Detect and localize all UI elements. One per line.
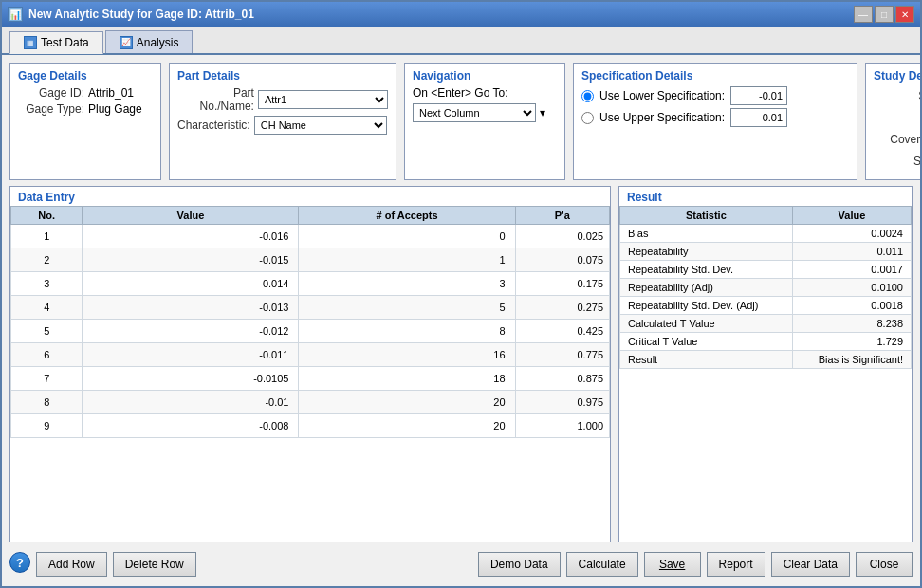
upper-spec-radio[interactable] bbox=[581, 112, 594, 124]
upper-spec-input[interactable]: 0.01 bbox=[730, 108, 787, 127]
demo-data-button[interactable]: Demo Data bbox=[478, 552, 561, 577]
result-col-statistic: Statistic bbox=[620, 207, 793, 225]
study-details-section: Study Details Study Date: 📅 ▾ Study By: bbox=[865, 63, 920, 180]
calculate-button[interactable]: Calculate bbox=[566, 552, 638, 577]
cell-value[interactable] bbox=[83, 272, 299, 296]
close-window-button[interactable]: ✕ bbox=[895, 6, 914, 23]
cell-accepts[interactable] bbox=[299, 296, 515, 320]
help-button[interactable]: ? bbox=[9, 552, 30, 573]
cell-accepts[interactable] bbox=[299, 367, 515, 391]
lower-spec-radio[interactable] bbox=[581, 90, 594, 102]
lower-spec-input[interactable]: -0.01 bbox=[730, 86, 787, 105]
table-row[interactable]: 8 0.975 bbox=[11, 391, 610, 414]
table-row[interactable]: 7 0.875 bbox=[11, 367, 610, 391]
part-no-label: Part No./Name: bbox=[177, 86, 254, 113]
result-statistic: Repeatability (Adj) bbox=[620, 279, 793, 297]
main-window: 📊 New Analytic Study for Gage ID: Attrib… bbox=[0, 0, 922, 588]
gage-type-value: Plug Gage bbox=[88, 102, 142, 116]
tab-bar: ▦ Test Data 📈 Analysis bbox=[2, 27, 920, 55]
gage-details-title: Gage Details bbox=[18, 69, 153, 83]
maximize-button[interactable]: □ bbox=[875, 6, 894, 23]
cell-no: 7 bbox=[11, 367, 83, 391]
delete-row-button[interactable]: Delete Row bbox=[113, 552, 196, 577]
table-row[interactable]: 4 0.275 bbox=[11, 296, 610, 320]
gage-details-section: Gage Details Gage ID: Attrib_01 Gage Typ… bbox=[9, 63, 161, 180]
result-section: Result Statistic Value Bias 0.0024 Repea… bbox=[618, 186, 913, 542]
col-header-value: Value bbox=[83, 207, 299, 225]
minimize-button[interactable]: — bbox=[854, 6, 873, 23]
save-button[interactable]: Save bbox=[644, 552, 701, 577]
table-row[interactable]: 2 0.075 bbox=[11, 248, 610, 272]
table-row[interactable]: 9 1.000 bbox=[11, 414, 610, 438]
tab-analysis[interactable]: 📈 Analysis bbox=[105, 30, 194, 53]
characteristic-select[interactable]: CH Name bbox=[254, 116, 387, 135]
part-details-section: Part Details Part No./Name: Attr1 Charac… bbox=[169, 63, 396, 180]
cell-accepts[interactable] bbox=[299, 320, 515, 343]
table-row[interactable]: 6 0.775 bbox=[11, 343, 610, 367]
result-row: Repeatability 0.011 bbox=[620, 243, 912, 261]
cell-value[interactable] bbox=[83, 343, 299, 367]
cell-accepts[interactable] bbox=[299, 414, 515, 438]
cell-accepts[interactable] bbox=[299, 343, 515, 367]
cell-pa: 0.175 bbox=[515, 272, 609, 296]
cell-accepts[interactable] bbox=[299, 225, 515, 248]
app-icon: 📊 bbox=[8, 7, 23, 22]
cell-pa: 0.075 bbox=[515, 248, 609, 272]
navigation-direction-select[interactable]: Next Column Next Row bbox=[413, 103, 536, 122]
add-row-button[interactable]: Add Row bbox=[36, 552, 107, 577]
cell-accepts[interactable] bbox=[299, 272, 515, 296]
result-table: Statistic Value Bias 0.0024 Repeatabilit… bbox=[619, 206, 912, 369]
result-statistic: Repeatability bbox=[620, 243, 793, 261]
result-row: Repeatability (Adj) 0.0100 bbox=[620, 279, 912, 297]
result-value: 0.0018 bbox=[792, 297, 911, 315]
cell-accepts[interactable] bbox=[299, 248, 515, 272]
middle-row: Data Entry No. Value # of Accepts P'a bbox=[9, 186, 913, 542]
result-row: Repeatability Std. Dev. 0.0017 bbox=[620, 261, 912, 279]
cell-pa: 0.775 bbox=[515, 343, 609, 367]
significance-label: Significance: bbox=[874, 155, 920, 168]
table-icon: ▦ bbox=[24, 36, 37, 49]
cell-value[interactable] bbox=[83, 414, 299, 438]
col-header-no: No. bbox=[11, 207, 83, 225]
cell-value[interactable] bbox=[83, 367, 299, 391]
part-details-title: Part Details bbox=[177, 69, 388, 83]
data-entry-section: Data Entry No. Value # of Accepts P'a bbox=[9, 186, 611, 542]
tab-test-data-label: Test Data bbox=[41, 36, 89, 49]
data-table-scroll[interactable]: No. Value # of Accepts P'a 1 0.025 2 0.0… bbox=[10, 206, 610, 542]
cell-no: 4 bbox=[11, 296, 83, 320]
result-value: 0.011 bbox=[792, 243, 911, 261]
gage-id-label: Gage ID: bbox=[18, 86, 84, 100]
study-date-label: Study Date: bbox=[874, 89, 920, 102]
top-row: Gage Details Gage ID: Attrib_01 Gage Typ… bbox=[9, 63, 913, 180]
result-value: 0.0017 bbox=[792, 261, 911, 279]
table-row[interactable]: 3 0.175 bbox=[11, 272, 610, 296]
col-header-accepts: # of Accepts bbox=[299, 207, 515, 225]
cell-no: 8 bbox=[11, 391, 83, 414]
table-row[interactable]: 5 0.425 bbox=[11, 320, 610, 343]
navigation-title: Navigation bbox=[413, 69, 557, 83]
cell-value[interactable] bbox=[83, 391, 299, 414]
study-by-label: Study By: bbox=[874, 111, 920, 124]
tab-test-data[interactable]: ▦ Test Data bbox=[9, 31, 103, 54]
result-row: Repeatability Std. Dev. (Adj) 0.0018 bbox=[620, 297, 912, 315]
clear-data-button[interactable]: Clear Data bbox=[771, 552, 850, 577]
cell-value[interactable] bbox=[83, 320, 299, 343]
result-title: Result bbox=[619, 187, 912, 206]
cell-value[interactable] bbox=[83, 248, 299, 272]
result-value: Bias is Significant! bbox=[792, 351, 911, 369]
result-statistic: Critical T Value bbox=[620, 333, 793, 351]
data-table: No. Value # of Accepts P'a 1 0.025 2 0.0… bbox=[10, 206, 610, 438]
report-button[interactable]: Report bbox=[707, 552, 765, 577]
cell-no: 2 bbox=[11, 248, 83, 272]
result-statistic: Result bbox=[620, 351, 793, 369]
cell-accepts[interactable] bbox=[299, 391, 515, 414]
cell-no: 6 bbox=[11, 343, 83, 367]
spec-details-section: Specification Details Use Lower Specific… bbox=[573, 63, 857, 180]
result-row: Result Bias is Significant! bbox=[620, 351, 912, 369]
close-button[interactable]: Close bbox=[856, 552, 913, 577]
cell-no: 1 bbox=[11, 225, 83, 248]
cell-value[interactable] bbox=[83, 296, 299, 320]
cell-value[interactable] bbox=[83, 225, 299, 248]
part-no-select[interactable]: Attr1 bbox=[258, 90, 388, 109]
table-row[interactable]: 1 0.025 bbox=[11, 225, 610, 248]
